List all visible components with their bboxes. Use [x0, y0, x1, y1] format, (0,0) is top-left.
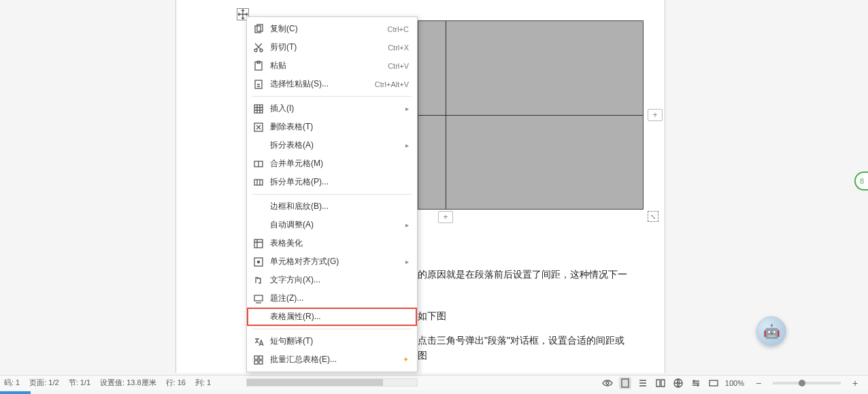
svg-rect-22 — [710, 380, 718, 386]
star-icon: ✦ — [403, 355, 409, 364]
menu-label: 单元格对齐方式(G) — [270, 256, 401, 267]
fit-icon[interactable] — [707, 377, 720, 389]
menu-label: 批量汇总表格(E)... — [270, 354, 399, 365]
text-direction-icon — [252, 274, 265, 286]
table-resize-handle[interactable]: ⤡ — [648, 211, 658, 222]
eye-icon[interactable] — [601, 377, 614, 389]
beautify-icon — [252, 237, 265, 250]
submenu-arrow-icon: ▸ — [405, 142, 409, 149]
menu-scrollbar[interactable] — [246, 378, 418, 387]
document-text: 的原因就是在段落前后设置了间距，这种情况下一 — [418, 269, 627, 281]
add-row-button[interactable]: + — [438, 211, 453, 223]
settings-icon[interactable] — [690, 377, 702, 389]
add-column-button[interactable]: + — [648, 109, 663, 121]
side-badge[interactable]: 8 — [854, 171, 868, 191]
insert-table-icon — [252, 103, 265, 115]
merge-cells-icon — [252, 158, 265, 170]
page-view-icon[interactable] — [619, 377, 631, 389]
menu-label: 选择性粘贴(S)... — [270, 78, 375, 90]
menu-separator — [252, 329, 412, 329]
alignment-icon — [252, 256, 265, 268]
submenu-arrow-icon: ▸ — [405, 221, 409, 229]
svg-rect-10 — [254, 180, 263, 185]
summary-icon — [252, 354, 265, 366]
status-section[interactable]: 节: 1/1 — [69, 378, 90, 388]
table-row-divider — [418, 115, 643, 116]
menu-shortcut: Ctrl+Alt+V — [375, 80, 409, 88]
badge-text: 8 — [860, 177, 864, 185]
menu-label: 拆分单元格(P)... — [270, 176, 409, 188]
split-cells-icon — [252, 176, 265, 188]
status-line[interactable]: 行: 16 — [166, 378, 186, 388]
cut-icon — [252, 42, 265, 54]
translate-icon — [252, 335, 265, 348]
svg-rect-11 — [254, 240, 263, 248]
menu-text-direction[interactable]: 文字方向(X)... — [247, 271, 417, 289]
menu-label: 自动调整(A) — [270, 219, 401, 231]
table-context-menu: 复制(C) Ctrl+C 剪切(T) Ctrl+X 粘贴 Ctrl+V 选择性粘… — [246, 16, 418, 372]
menu-table-properties[interactable]: 表格属性(R)... — [247, 308, 417, 326]
menu-delete-table[interactable]: 删除表格(T) — [247, 118, 417, 136]
menu-separator — [252, 194, 412, 195]
status-bar: 码: 1 页面: 1/2 节: 1/1 设置值: 13.8厘米 行: 16 列:… — [0, 375, 868, 390]
menu-label: 复制(C) — [270, 23, 388, 35]
menu-beautify[interactable]: 表格美化 — [247, 234, 417, 252]
zoom-in-icon[interactable]: + — [849, 377, 861, 389]
document-text: 图 — [418, 350, 427, 362]
menu-label: 拆分表格(A) — [270, 139, 401, 151]
menu-label: 边框和底纹(B)... — [270, 201, 409, 212]
menu-insert[interactable]: 插入(I) ▸ — [247, 99, 417, 118]
caption-icon — [252, 293, 265, 305]
menu-cut[interactable]: 剪切(T) Ctrl+X — [247, 38, 417, 56]
plus-icon: + — [443, 212, 448, 222]
menu-alignment[interactable]: 单元格对齐方式(G) ▸ — [247, 252, 417, 271]
svg-point-13 — [258, 261, 260, 263]
svg-rect-18 — [259, 361, 263, 364]
menu-split-cells[interactable]: 拆分单元格(P)... — [247, 173, 417, 191]
menu-shortcut: Ctrl+X — [388, 44, 409, 52]
menu-caption[interactable]: 题注(Z)... — [247, 289, 417, 308]
menu-label: 剪切(T) — [270, 42, 388, 53]
zoom-slider-thumb[interactable] — [799, 380, 805, 387]
scrollbar-thumb[interactable] — [247, 379, 383, 386]
plus-icon: + — [652, 110, 657, 120]
menu-borders[interactable]: 边框和底纹(B)... — [247, 197, 417, 216]
copy-icon — [252, 23, 265, 35]
reading-view-icon[interactable] — [654, 377, 667, 389]
menu-shortcut: Ctrl+V — [388, 62, 409, 70]
web-view-icon[interactable] — [672, 377, 684, 389]
menu-label: 表格美化 — [270, 237, 409, 249]
menu-merge-cells[interactable]: 合并单元格(M) — [247, 154, 417, 173]
svg-point-3 — [260, 49, 263, 52]
svg-rect-15 — [254, 356, 258, 359]
menu-separator — [252, 96, 412, 97]
menu-translate[interactable]: 短句翻译(T) — [247, 332, 417, 350]
paste-icon — [252, 60, 265, 72]
svg-rect-17 — [254, 361, 258, 364]
menu-paste[interactable]: 粘贴 Ctrl+V — [247, 56, 417, 75]
outline-view-icon[interactable] — [637, 377, 649, 389]
zoom-slider[interactable] — [773, 382, 841, 384]
status-page-no[interactable]: 码: 1 — [4, 378, 20, 388]
status-position[interactable]: 设置值: 13.8厘米 — [100, 378, 156, 388]
menu-label: 文字方向(X)... — [270, 274, 409, 286]
menu-label: 粘贴 — [270, 60, 388, 71]
menu-copy[interactable]: 复制(C) Ctrl+C — [247, 20, 417, 38]
zoom-level[interactable]: 100% — [725, 379, 744, 387]
document-table[interactable] — [418, 20, 644, 210]
menu-label: 短句翻译(T) — [270, 335, 409, 347]
assistant-avatar[interactable]: 🤖 — [756, 316, 786, 346]
status-column[interactable]: 列: 1 — [195, 378, 211, 388]
menu-label: 表格属性(R)... — [270, 311, 409, 323]
menu-autofit[interactable]: 自动调整(A) ▸ — [247, 216, 417, 234]
svg-rect-7 — [254, 105, 263, 113]
menu-paste-special[interactable]: 选择性粘贴(S)... Ctrl+Alt+V — [247, 75, 417, 93]
status-page[interactable]: 页面: 1/2 — [29, 378, 59, 388]
menu-summary[interactable]: 批量汇总表格(E)... ✦ — [247, 350, 417, 369]
menu-split-table[interactable]: 拆分表格(A) ▸ — [247, 136, 417, 154]
zoom-out-icon[interactable]: − — [752, 377, 765, 389]
active-indicator — [0, 391, 31, 394]
document-text: 如下图 — [418, 310, 446, 323]
svg-rect-20 — [622, 379, 629, 387]
svg-rect-14 — [254, 295, 263, 301]
